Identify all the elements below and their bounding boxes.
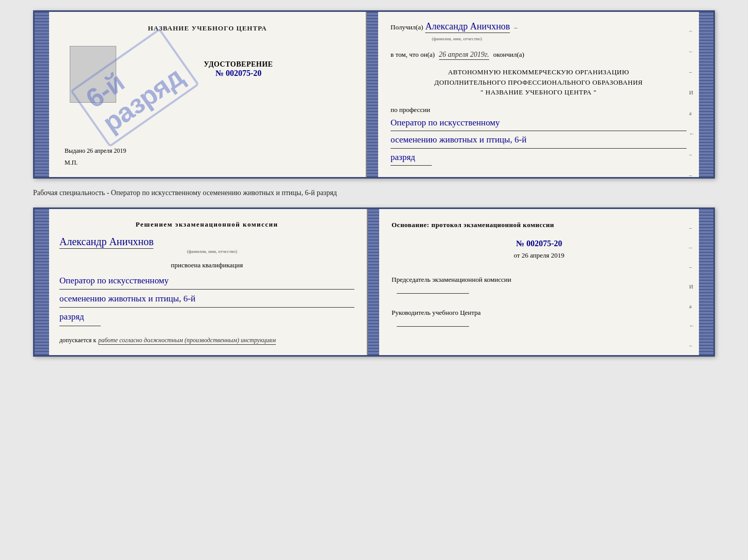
director-block: Руководитель учебного Центра <box>392 308 687 329</box>
finished-label: окончил(а) <box>493 51 524 59</box>
org-line2: ДОПОЛНИТЕЛЬНОГО ПРОФЕССИОНАЛЬНОГО ОБРАЗО… <box>391 77 687 88</box>
issued-line: Выдано 26 апреля 2019 <box>65 147 355 155</box>
person-name-block-bottom: Александр Аничхнов (фамилия, имя, отчест… <box>59 236 354 254</box>
description-line: Рабочая специальность - Оператор по иску… <box>33 188 715 198</box>
issued-prefix: Выдано <box>65 147 85 154</box>
protocol-date-prefix: от <box>513 251 520 259</box>
qual-line1: Оператор по искусственному <box>59 273 354 290</box>
chair-label: Председатель экзаменационной комиссии <box>392 275 687 284</box>
qual-line3: разряд <box>59 309 101 326</box>
issued-date: 26 апреля 2019 <box>87 147 126 154</box>
received-label: Получил(а) <box>391 23 423 31</box>
allowed-text: работе согласно должностным (производств… <box>98 337 276 345</box>
decision-title: Решением экзаменационной комиссии <box>59 220 354 229</box>
profession-line1: Оператор по искусственному <box>391 115 687 132</box>
org-name: " НАЗВАНИЕ УЧЕБНОГО ЦЕНТРА " <box>391 87 687 98</box>
profession-prefix: по профессии <box>391 106 687 114</box>
chair-sig-line <box>397 286 469 294</box>
director-label: Руководитель учебного Центра <box>392 308 687 317</box>
date-line: в том, что он(а) 26 апреля 2019г. окончи… <box>391 51 687 60</box>
side-marks-top: – – – И а ← – – – <box>689 27 695 179</box>
person-name-top: Александр Аничхнов <box>425 21 510 33</box>
profession-line3: разряд <box>391 150 432 166</box>
spine-left-bottom <box>35 209 49 355</box>
cert-label: УДОСТОВЕРЕНИЕ <box>204 60 273 69</box>
protocol-date: от 26 апреля 2019 <box>392 251 687 260</box>
qual-line2: осеменению животных и птицы, 6-й <box>59 291 354 308</box>
dash: – <box>514 23 518 31</box>
photo-placeholder <box>70 46 116 103</box>
received-line: Получил(а) Александр Аничхнов – <box>391 21 687 33</box>
name-sublabel-bottom: (фамилия, имя, отчество) <box>70 249 354 254</box>
top-document: НАЗВАНИЕ УЧЕБНОГО ЦЕНТРА УДОСТОВЕРЕНИЕ №… <box>33 10 715 179</box>
center-spine <box>367 12 378 177</box>
spine-right <box>699 12 713 177</box>
top-right-page: Получил(а) Александр Аничхнов – (фамилия… <box>378 12 699 177</box>
spine-left <box>35 12 49 177</box>
in-that-prefix: в том, что он(а) <box>391 51 435 59</box>
chair-block: Председатель экзаменационной комиссии <box>392 275 687 296</box>
center-spine-bottom <box>368 209 379 355</box>
doc-title: НАЗВАНИЕ УЧЕБНОГО ЦЕНТРА <box>148 24 267 33</box>
org-block: АВТОНОМНУЮ НЕКОММЕРЧЕСКУЮ ОРГАНИЗАЦИЮ ДО… <box>391 67 687 98</box>
bottom-document: Решением экзаменационной комиссии Алекса… <box>33 207 715 357</box>
mp-label: М.П. <box>65 159 355 167</box>
bottom-left-page: Решением экзаменационной комиссии Алекса… <box>49 209 368 355</box>
spine-right-bottom <box>699 209 713 355</box>
protocol-number: № 002075-20 <box>392 239 687 248</box>
person-name-bottom: Александр Аничхнов <box>59 236 153 249</box>
allowed-line: допускается к работе согласно должностны… <box>59 337 354 345</box>
completion-date: 26 апреля 2019г. <box>439 51 489 60</box>
name-sublabel-top: (фамилия, имя, отчество) <box>432 36 482 41</box>
basis-title: Основание: протокол экзаменационной коми… <box>392 220 687 230</box>
top-left-page: НАЗВАНИЕ УЧЕБНОГО ЦЕНТРА УДОСТОВЕРЕНИЕ №… <box>49 12 367 177</box>
side-marks-bottom: – – – И а ← – – – <box>689 225 695 357</box>
protocol-date-value: 26 апреля 2019 <box>522 251 565 259</box>
qualification-label: присвоена квалификация <box>59 261 354 269</box>
director-sig-line <box>397 319 469 327</box>
profession-line2: осеменению животных и птицы, 6-й <box>391 132 687 149</box>
cert-number: № 002075-20 <box>215 69 261 78</box>
bottom-right-page: Основание: протокол экзаменационной коми… <box>379 209 699 355</box>
allowed-prefix: допускается к <box>59 337 96 344</box>
org-line1: АВТОНОМНУЮ НЕКОММЕРЧЕСКУЮ ОРГАНИЗАЦИЮ <box>391 67 687 77</box>
